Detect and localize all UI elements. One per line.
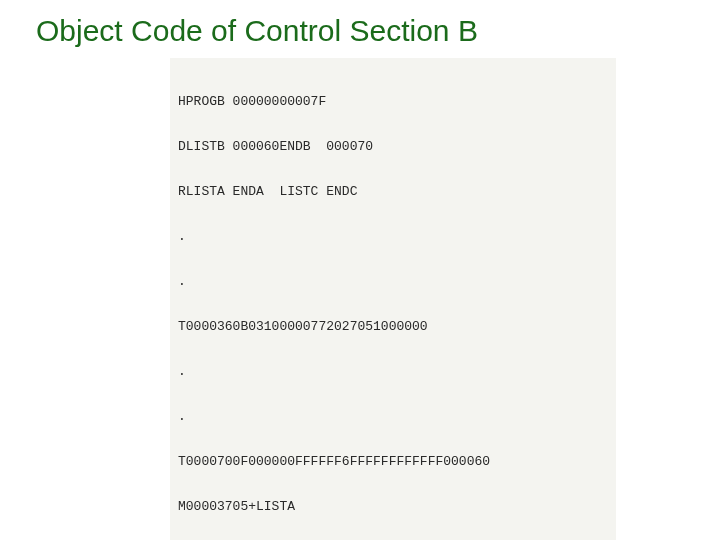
page-title: Object Code of Control Section B (36, 14, 720, 48)
object-code-listing: HPROGB 00000000007F DLISTB 000060ENDB 00… (170, 58, 616, 540)
code-line: RLISTA ENDA LISTC ENDC (178, 184, 608, 199)
code-line: HPROGB 00000000007F (178, 94, 608, 109)
code-line: . (178, 274, 608, 289)
code-line: T0000700F000000FFFFFF6FFFFFFFFFFFF000060 (178, 454, 608, 469)
code-line: . (178, 364, 608, 379)
code-line: . (178, 409, 608, 424)
code-line: DLISTB 000060ENDB 000070 (178, 139, 608, 154)
code-line: M00003705+LISTA (178, 499, 608, 514)
code-line: . (178, 229, 608, 244)
code-line: T0000360B03100000772027051000000 (178, 319, 608, 334)
